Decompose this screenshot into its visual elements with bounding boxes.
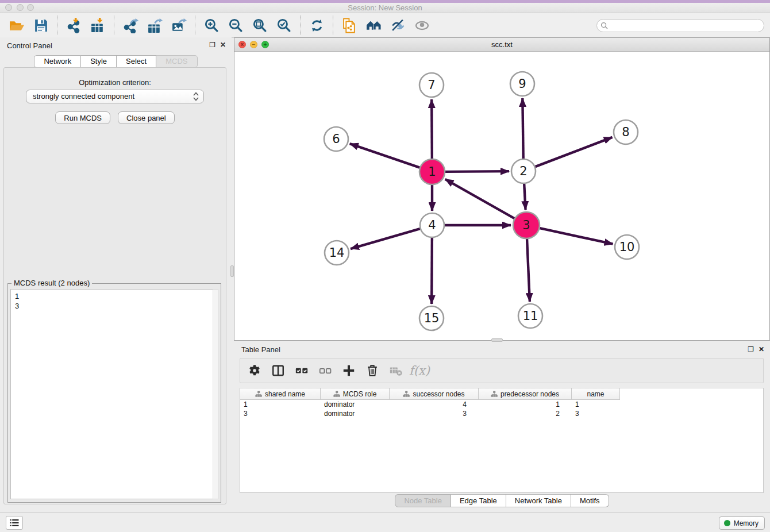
open-folder-button[interactable]	[8, 16, 25, 34]
graph-node-9[interactable]: 9	[510, 72, 534, 96]
tab-network[interactable]: Network	[34, 55, 81, 68]
hide-selected-button[interactable]	[389, 16, 406, 34]
graph-node-7[interactable]: 7	[419, 73, 444, 97]
zoom-fit-button[interactable]	[251, 16, 268, 34]
tab-edge-table[interactable]: Edge Table	[451, 494, 506, 507]
node-table: shared nameMCDS rolesuccessor nodesprede…	[240, 388, 764, 493]
table-cell[interactable]: 4	[390, 400, 479, 409]
graph-node-15[interactable]: 15	[419, 306, 444, 330]
run-mcds-button[interactable]: Run MCDS	[55, 111, 110, 124]
tab-style[interactable]: Style	[81, 55, 117, 68]
refresh-button[interactable]	[308, 16, 325, 34]
table-cell[interactable]: 1	[479, 400, 572, 409]
edge-3-1[interactable]	[445, 179, 515, 218]
title-bar: Session: New Session	[0, 0, 770, 13]
zoom-selected-button[interactable]	[275, 16, 292, 34]
close-panel-icon[interactable]: ✕	[220, 41, 226, 49]
graph-node-2[interactable]: 2	[511, 159, 536, 183]
graph-node-14[interactable]: 14	[325, 241, 349, 265]
optimization-criterion-label: Optimization criterion:	[4, 78, 226, 87]
table-cell[interactable]: 2	[479, 409, 572, 418]
table-cell[interactable]: dominator	[321, 409, 390, 418]
close-table-panel-icon[interactable]: ✕	[759, 345, 764, 353]
export-table-button[interactable]	[146, 16, 163, 34]
table-cell[interactable]: 1	[240, 400, 321, 409]
search-input[interactable]	[596, 19, 764, 32]
refresh-icon	[309, 18, 325, 33]
table-tabs: Node TableEdge TableNetwork TableMotifs	[234, 494, 770, 507]
save-icon	[33, 18, 49, 33]
column-header-shared-name[interactable]: shared name	[240, 388, 321, 400]
node-label: 14	[329, 246, 345, 260]
table-cell[interactable]: 3	[390, 409, 479, 418]
edge-3-11[interactable]	[527, 239, 530, 302]
edge-1-6[interactable]	[350, 144, 420, 167]
tab-select[interactable]: Select	[117, 55, 156, 68]
column-header-predecessor-nodes[interactable]: predecessor nodes	[479, 388, 572, 400]
delete-column-button[interactable]	[365, 363, 380, 378]
window-title: Session: New Session	[0, 3, 770, 12]
import-table-button[interactable]	[89, 16, 106, 34]
import-network-button[interactable]	[65, 16, 82, 34]
memory-button[interactable]: Memory	[719, 516, 765, 530]
column-sort-icon	[403, 391, 410, 398]
result-line: 3	[15, 301, 213, 311]
delete-table-icon	[389, 364, 403, 377]
new-network-from-selection-button[interactable]	[341, 16, 358, 34]
table-cell[interactable]: 1	[572, 400, 620, 409]
tab-mcds[interactable]: MCDS	[156, 55, 197, 68]
tab-network-table[interactable]: Network Table	[506, 494, 571, 507]
float-table-panel-icon[interactable]: ❒	[748, 345, 754, 353]
table-panel-header: Table Panel ❒ ✕	[234, 342, 770, 358]
graph-node-6[interactable]: 6	[324, 127, 348, 151]
table-cell[interactable]: 3	[240, 409, 321, 418]
tab-node-table[interactable]: Node Table	[395, 494, 451, 507]
tab-motifs[interactable]: Motifs	[571, 494, 609, 507]
export-image-button[interactable]	[170, 16, 187, 34]
export-table-icon	[147, 18, 163, 33]
edge-3-10[interactable]	[540, 228, 613, 244]
graph-node-11[interactable]: 11	[518, 304, 542, 328]
column-header-MCDS-role[interactable]: MCDS role	[321, 388, 390, 400]
export-network-button[interactable]	[122, 16, 139, 34]
add-column-button[interactable]	[341, 363, 356, 378]
criterion-dropdown[interactable]: strongly connected component	[26, 90, 204, 103]
show-all-button[interactable]	[413, 16, 430, 34]
column-header-name[interactable]: name	[572, 388, 620, 400]
table-cell[interactable]: 3	[572, 409, 620, 418]
graph-node-1[interactable]: 1	[419, 159, 445, 184]
save-button[interactable]	[32, 16, 49, 34]
zoom-in-button[interactable]	[203, 16, 220, 34]
mcds-result-text[interactable]: 13	[10, 289, 213, 499]
unselect-all-columns-button[interactable]	[318, 363, 333, 378]
column-visibility-button[interactable]	[271, 363, 286, 378]
edge-4-15[interactable]	[432, 238, 432, 304]
first-neighbors-button[interactable]	[365, 16, 382, 34]
table-cell[interactable]: dominator	[321, 400, 390, 409]
edge-2-8[interactable]	[536, 137, 613, 167]
close-panel-button[interactable]: Close panel	[118, 111, 175, 124]
edge-1-2[interactable]	[445, 171, 509, 172]
settings-gear-button[interactable]	[247, 363, 262, 378]
edge-1-7[interactable]	[432, 99, 432, 159]
column-header-successor-nodes[interactable]: successor nodes	[390, 388, 479, 400]
edge-2-3[interactable]	[524, 184, 525, 210]
node-label: 10	[619, 240, 635, 254]
graph-node-8[interactable]: 8	[614, 120, 638, 144]
task-history-button[interactable]	[6, 516, 23, 530]
delete-column-icon	[365, 364, 379, 377]
network-canvas[interactable]: 7968124314101511	[234, 52, 769, 340]
list-icon	[9, 518, 20, 527]
float-panel-icon[interactable]: ❒	[209, 41, 215, 49]
graph-node-4[interactable]: 4	[420, 213, 444, 237]
select-all-columns-button[interactable]	[294, 363, 309, 378]
graph-node-3[interactable]: 3	[513, 212, 540, 238]
result-scrollbar[interactable]	[213, 289, 218, 499]
edge-2-9[interactable]	[522, 98, 523, 159]
vertical-splitter-handle[interactable]	[230, 265, 234, 277]
zoom-out-button[interactable]	[227, 16, 244, 34]
table-header-row: shared nameMCDS rolesuccessor nodesprede…	[240, 388, 763, 400]
edge-4-14[interactable]	[351, 229, 420, 249]
network-window-titlebar: × − + scc.txt	[234, 38, 769, 52]
graph-node-10[interactable]: 10	[615, 235, 639, 259]
